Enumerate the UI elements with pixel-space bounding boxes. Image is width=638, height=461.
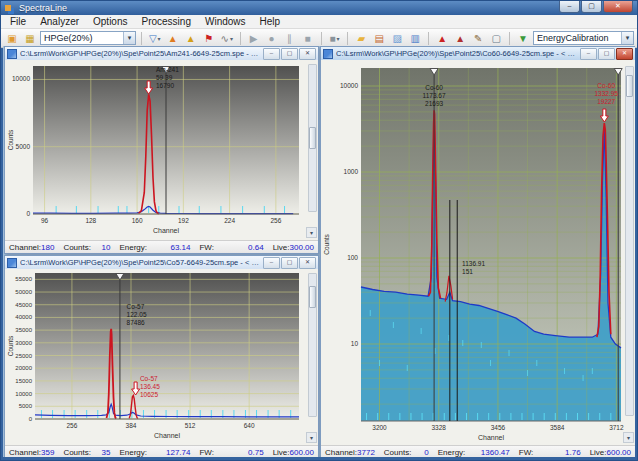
svg-text:16790: 16790 xyxy=(156,82,174,89)
axis-menu-button[interactable]: ▾ xyxy=(306,227,317,238)
spectrum-file-icon xyxy=(323,49,333,59)
peak-area-icon[interactable]: ▲ xyxy=(434,31,450,46)
app-close-button[interactable]: ✕ xyxy=(603,1,633,13)
menu-analyzer[interactable]: Analyzer xyxy=(33,16,86,27)
status-live-label: Live: xyxy=(590,448,607,457)
peak-search-icon[interactable]: ▲ xyxy=(165,31,181,46)
app-maximize-button[interactable]: ▢ xyxy=(581,1,602,13)
axis-menu-button[interactable]: ▾ xyxy=(306,432,317,443)
spectrum-plot-co60[interactable]: Co-601173.6721693Co-601332.95192271136.9… xyxy=(321,60,635,445)
scrollbar-thumb[interactable] xyxy=(626,75,633,97)
status-energy-value: 127.74 xyxy=(166,448,190,457)
spectrum-new-icon[interactable]: ▣ xyxy=(4,31,20,46)
svg-text:Co-60: Co-60 xyxy=(597,82,615,89)
status-energy-label: Energy: xyxy=(119,448,147,457)
pause-icon[interactable]: ∥ xyxy=(282,31,298,46)
spectrum-canvas[interactable]: Co-57122.0587486Co-57136.451062525638451… xyxy=(5,269,318,445)
peak-fit-icon[interactable]: ▲ xyxy=(183,31,199,46)
svg-text:122.05: 122.05 xyxy=(127,311,147,318)
menu-windows[interactable]: Windows xyxy=(198,16,253,27)
status-fw-label: FW: xyxy=(519,448,534,457)
toolbar-separator xyxy=(347,32,348,45)
status-counts-value: 10 xyxy=(102,243,111,252)
svg-text:0: 0 xyxy=(29,416,33,422)
svg-text:10000: 10000 xyxy=(15,391,32,397)
close-button[interactable]: ✕ xyxy=(616,48,633,60)
spectrum-canvas[interactable]: Am-24159.3916790961281601922242560500010… xyxy=(5,60,318,240)
svg-text:3328: 3328 xyxy=(431,424,446,431)
window-titlebar[interactable]: C:\Lsrm\Work\GP\HPGe(20%)\Spe\Point25\Co… xyxy=(5,256,318,270)
menu-processing[interactable]: Processing xyxy=(135,16,198,27)
calibration-combo-value: EnergyCalibration xyxy=(537,33,609,43)
status-counts-value: 0 xyxy=(424,448,428,457)
svg-text:Co-57: Co-57 xyxy=(127,303,145,310)
detector-control-icon[interactable]: ■▾ xyxy=(326,31,342,46)
maximize-button[interactable]: ▢ xyxy=(281,48,298,60)
svg-text:3584: 3584 xyxy=(550,424,565,431)
menu-file[interactable]: File xyxy=(3,16,33,27)
efficiency-icon[interactable]: ∿▾ xyxy=(219,31,235,46)
svg-text:384: 384 xyxy=(126,422,137,429)
minimize-button[interactable]: – xyxy=(263,48,280,60)
calibration-icon[interactable]: ▼ xyxy=(515,31,531,46)
close-button[interactable]: ✕ xyxy=(299,257,316,269)
svg-text:30000: 30000 xyxy=(15,340,32,346)
status-counts-label: Counts: xyxy=(384,448,412,457)
close-button[interactable]: ✕ xyxy=(299,48,316,60)
svg-text:1173.67: 1173.67 xyxy=(423,92,446,99)
spectrum-plot-am241[interactable]: Am-24159.3916790961281601922242560500010… xyxy=(5,60,318,240)
start-acquisition-icon[interactable]: ▶ xyxy=(246,31,262,46)
svg-text:59.39: 59.39 xyxy=(156,74,173,81)
peak-marker-icon[interactable]: ⚑ xyxy=(201,31,217,46)
svg-text:45000: 45000 xyxy=(15,302,32,308)
record-icon[interactable]: ● xyxy=(264,31,280,46)
status-channel-label: Channel: xyxy=(9,448,41,457)
plot-vertical-scrollbar[interactable] xyxy=(308,273,317,417)
calibration-combo-dropdown[interactable]: ▾ xyxy=(621,32,633,44)
menu-help[interactable]: Help xyxy=(253,16,288,27)
svg-text:151: 151 xyxy=(462,268,473,275)
report-window-icon[interactable]: ▢ xyxy=(488,31,504,46)
app-window-controls: – ▢ ✕ xyxy=(559,1,633,13)
spectrum-window-co57: C:\Lsrm\Work\GP\HPGe(20%)\Spe\Point25\Co… xyxy=(4,255,319,457)
axis-menu-button[interactable]: ▾ xyxy=(623,432,634,443)
status-counts-label: Counts: xyxy=(63,243,91,252)
spectrum-canvas[interactable]: Co-601173.6721693Co-601332.95192271136.9… xyxy=(321,60,635,445)
svg-text:40000: 40000 xyxy=(15,314,32,320)
svg-text:640: 640 xyxy=(244,422,255,429)
spectrum-plot-co57[interactable]: Co-57122.0587486Co-57136.451062525638451… xyxy=(5,269,318,445)
edit-peaks-icon[interactable]: ✎ xyxy=(470,31,486,46)
svg-text:1136.91: 1136.91 xyxy=(462,260,485,267)
status-energy-label: Energy: xyxy=(119,243,147,252)
app-minimize-button[interactable]: – xyxy=(559,1,580,13)
maximize-button[interactable]: ▢ xyxy=(281,257,298,269)
peak-region-icon[interactable]: ▲ xyxy=(452,31,468,46)
maximize-button[interactable]: ▢ xyxy=(598,48,615,60)
menu-options[interactable]: Options xyxy=(86,16,134,27)
svg-text:Co-57: Co-57 xyxy=(140,375,158,382)
spectraline-app: SpectraLine – ▢ ✕ FileAnalyzerOptionsPro… xyxy=(0,0,638,461)
scrollbar-thumb[interactable] xyxy=(309,286,316,308)
copy-clipboard-icon[interactable]: ▥ xyxy=(407,31,423,46)
status-live-value: 600.00 xyxy=(607,448,631,457)
window-titlebar[interactable]: C:\Lsrm\Work\GP\HPGe(20%)\Spe\Point25\Co… xyxy=(321,47,635,61)
export-image-icon[interactable]: ▨ xyxy=(389,31,405,46)
app-titlebar[interactable]: SpectraLine – ▢ ✕ xyxy=(1,1,637,15)
window-titlebar[interactable]: C:\Lsrm\Work\GP\HPGe(20%)\Spe\Point25\Am… xyxy=(5,47,318,61)
smoothing-icon[interactable]: ▽▾ xyxy=(147,31,163,46)
svg-text:15000: 15000 xyxy=(15,378,32,384)
svg-text:3456: 3456 xyxy=(491,424,506,431)
svg-text:3712: 3712 xyxy=(609,424,624,431)
open-file-icon[interactable]: ▰ xyxy=(353,31,369,46)
minimize-button[interactable]: – xyxy=(580,48,597,60)
calibration-combo[interactable]: EnergyCalibration▾ xyxy=(533,31,634,45)
scrollbar-thumb[interactable] xyxy=(309,127,316,149)
stop-icon[interactable]: ■ xyxy=(300,31,316,46)
detector-combo-dropdown[interactable]: ▾ xyxy=(123,32,135,44)
save-file-icon[interactable]: ▤ xyxy=(371,31,387,46)
plot-vertical-scrollbar[interactable] xyxy=(625,66,634,416)
nuclide-library-icon[interactable]: ▦ xyxy=(22,31,38,46)
plot-vertical-scrollbar[interactable] xyxy=(308,64,317,212)
detector-combo[interactable]: HPGe(20%)▾ xyxy=(40,31,136,45)
minimize-button[interactable]: – xyxy=(263,257,280,269)
